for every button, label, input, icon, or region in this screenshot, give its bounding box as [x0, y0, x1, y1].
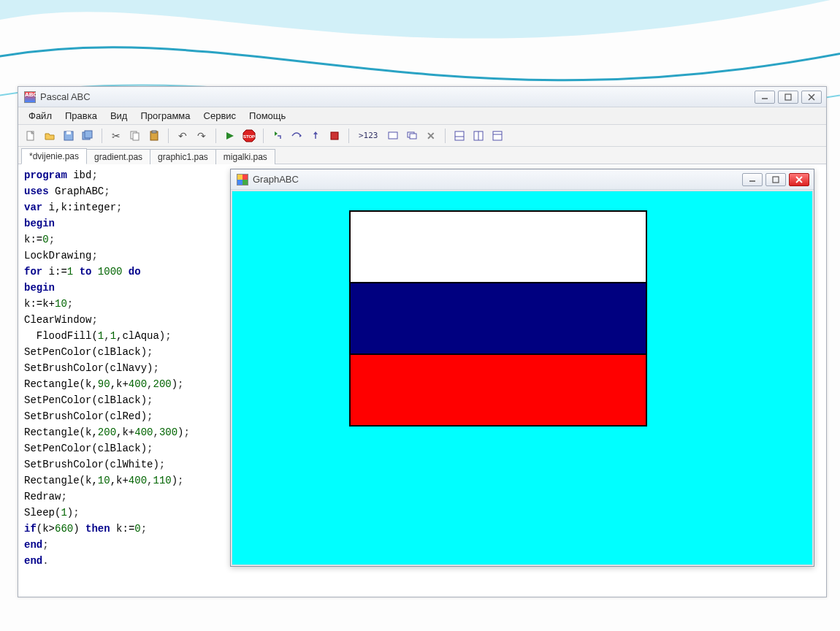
svg-rect-1: [785, 94, 791, 100]
save-button[interactable]: [61, 128, 77, 144]
cut-button[interactable]: ✂: [108, 128, 124, 144]
run-button[interactable]: [222, 128, 238, 144]
svg-rect-26: [493, 131, 502, 140]
graph-minimize-button[interactable]: [742, 173, 763, 186]
redo-button[interactable]: ↷: [194, 128, 210, 144]
locals-panel-button[interactable]: [470, 128, 486, 144]
window-cascade-button[interactable]: [404, 128, 420, 144]
graph-window-controls: [742, 173, 809, 186]
window-title: Pascal ABC: [40, 91, 755, 102]
graph-titlebar[interactable]: GraphABC: [231, 169, 814, 190]
graph-window-title: GraphABC: [253, 174, 742, 185]
svg-rect-19: [389, 132, 397, 139]
step-out-button[interactable]: [308, 128, 324, 144]
tabsbar: *dvijenie.pas gradient.pas graphic1.pas …: [18, 147, 826, 164]
menu-view[interactable]: Вид: [104, 109, 134, 123]
graph-canvas: [232, 191, 813, 565]
menu-help[interactable]: Помощь: [243, 109, 291, 123]
svg-marker-13: [226, 132, 234, 139]
svg-marker-17: [313, 131, 318, 134]
pascal-abc-window: ABC Pascal ABC Файл Правка Вид Программа…: [18, 86, 827, 597]
stop-button[interactable]: STOP: [241, 128, 257, 144]
toolbar-separator: [348, 129, 349, 143]
toolbar-separator: [215, 129, 216, 143]
app-icon: ABC: [24, 91, 36, 103]
messages-panel-button[interactable]: [489, 128, 505, 144]
save-all-button[interactable]: [80, 128, 96, 144]
menu-service[interactable]: Сервис: [198, 109, 243, 123]
menu-program[interactable]: Программа: [134, 109, 196, 123]
tab-gradient[interactable]: gradient.pas: [86, 149, 150, 164]
step-into-button[interactable]: [270, 128, 286, 144]
toolbar-separator: [445, 129, 446, 143]
svg-rect-12: [152, 131, 156, 133]
new-file-button[interactable]: [23, 128, 39, 144]
editor-area: program ibd; uses GraphABC; var i,k:inte…: [18, 164, 826, 597]
open-file-button[interactable]: [42, 128, 58, 144]
svg-rect-29: [773, 177, 779, 183]
flag-stripe-red: [349, 353, 647, 427]
undo-button[interactable]: ↶: [175, 128, 191, 144]
toolbar-separator: [263, 129, 264, 143]
tab-dvijenie[interactable]: *dvijenie.pas: [21, 148, 87, 164]
close-button[interactable]: [801, 91, 822, 104]
menu-file[interactable]: Файл: [23, 109, 58, 123]
menubar: Файл Правка Вид Программа Сервис Помощь: [18, 107, 826, 125]
breakpoint-button[interactable]: [327, 128, 343, 144]
graphabc-icon: [237, 174, 248, 186]
minimize-button[interactable]: [755, 91, 775, 104]
graphabc-window[interactable]: GraphABC: [230, 169, 814, 567]
tab-migalki[interactable]: migalki.pas: [215, 149, 275, 164]
step-over-button[interactable]: [289, 128, 305, 144]
flag-stripe-white: [349, 210, 647, 283]
toolbar-separator: [168, 129, 169, 143]
window-controls: [755, 91, 822, 104]
code-editor[interactable]: program ibd; uses GraphABC; var i,k:inte…: [24, 167, 229, 569]
titlebar[interactable]: ABC Pascal ABC: [18, 87, 826, 107]
svg-rect-10: [133, 133, 139, 140]
delete-button[interactable]: ✕: [423, 128, 439, 144]
svg-rect-21: [410, 134, 416, 139]
copy-button[interactable]: [127, 128, 143, 144]
svg-rect-8: [85, 131, 92, 138]
svg-rect-6: [66, 131, 71, 134]
toolbar: ✂ ↶ ↷ STOP >123 ✕: [18, 125, 826, 147]
paste-button[interactable]: [146, 128, 162, 144]
graph-maximize-button[interactable]: [765, 173, 786, 186]
tab-graphic1[interactable]: graphic1.pas: [150, 149, 216, 164]
svg-rect-18: [331, 132, 338, 139]
toolbar-separator: [102, 129, 102, 143]
svg-text:STOP: STOP: [243, 134, 255, 139]
watch-vars-button[interactable]: >123: [355, 128, 382, 144]
maximize-button[interactable]: [778, 91, 798, 104]
svg-rect-22: [455, 131, 464, 140]
output-panel-button[interactable]: [451, 128, 467, 144]
graph-close-button[interactable]: [789, 173, 809, 186]
menu-edit[interactable]: Правка: [59, 109, 103, 123]
window-new-button[interactable]: [385, 128, 401, 144]
flag-stripe-navy: [349, 282, 647, 355]
flag-drawing: [349, 210, 647, 427]
